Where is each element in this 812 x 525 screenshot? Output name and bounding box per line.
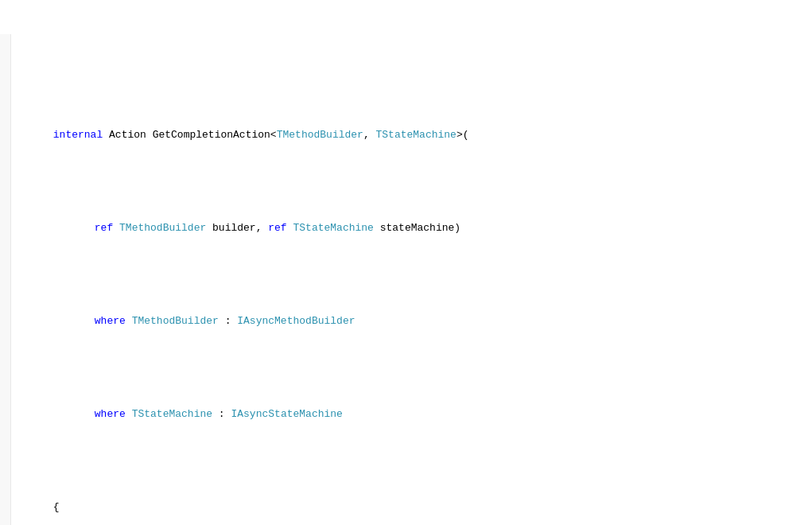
code-text: Action GetCompletionAction< (103, 129, 276, 141)
code-editor: internal Action GetCompletionAction<TMet… (0, 0, 812, 525)
code-line-1: internal Action GetCompletionAction<TMet… (0, 112, 812, 159)
code-line-2: ref TMethodBuilder builder, ref TStateMa… (0, 205, 812, 252)
code-line-4: where TStateMachine : IAsyncStateMachine (0, 391, 812, 438)
code-line-3: where TMethodBuilder : IAsyncMethodBuild… (0, 298, 812, 345)
keyword: internal (53, 129, 103, 141)
code-line-5: { (0, 484, 812, 526)
